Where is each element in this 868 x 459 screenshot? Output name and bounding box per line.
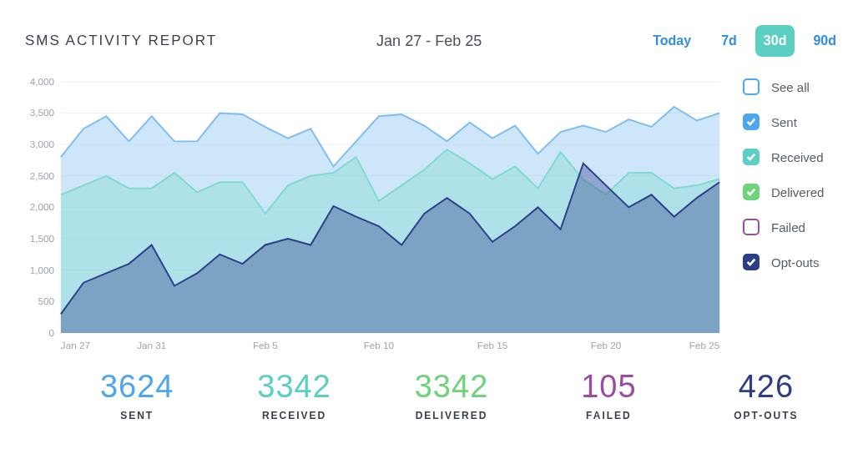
y-tick-label: 4,000 xyxy=(30,76,55,87)
legend-item-optouts[interactable]: Opt-outs xyxy=(743,254,851,270)
legend-label-received: Received xyxy=(771,150,824,164)
date-range-selector: Today7d30d90d xyxy=(641,25,845,57)
check-icon xyxy=(746,187,756,197)
legend-label-sent: Sent xyxy=(771,115,797,129)
chart-svg: 05001,0001,5002,0002,5003,0003,5004,000J… xyxy=(25,77,724,357)
stat-value-received: 3342 xyxy=(215,369,372,405)
y-tick-label: 2,500 xyxy=(30,170,55,181)
legend-checkbox-delivered[interactable] xyxy=(743,184,760,200)
y-tick-label: 2,000 xyxy=(30,201,55,212)
legend-item-failed[interactable]: Failed xyxy=(743,219,851,235)
stat-sent: 3624SENT xyxy=(58,369,215,421)
activity-chart: 05001,0001,5002,0002,5003,0003,5004,000J… xyxy=(25,77,724,357)
stat-label-optouts: OPT-OUTS xyxy=(688,410,845,421)
legend-label-failed: Failed xyxy=(771,220,805,235)
y-tick-label: 3,500 xyxy=(30,107,55,118)
stat-delivered: 3342DELIVERED xyxy=(373,369,530,421)
stat-received: 3342RECEIVED xyxy=(215,369,372,421)
check-icon xyxy=(746,257,756,267)
x-tick-label: Feb 15 xyxy=(477,340,508,351)
legend-item-all[interactable]: See all xyxy=(743,78,851,95)
y-tick-label: 3,000 xyxy=(30,139,55,149)
legend-checkbox-all[interactable] xyxy=(743,78,760,95)
stat-label-received: RECEIVED xyxy=(215,410,372,421)
range-option-90d[interactable]: 90d xyxy=(805,25,845,57)
x-tick-label: Feb 25 xyxy=(689,340,720,351)
legend-item-delivered[interactable]: Delivered xyxy=(743,184,851,200)
stat-value-delivered: 3342 xyxy=(373,369,530,405)
y-tick-label: 0 xyxy=(49,327,55,338)
legend-label-delivered: Delivered xyxy=(771,185,824,199)
x-tick-label: Feb 5 xyxy=(253,340,278,351)
date-range-label: Jan 27 - Feb 25 xyxy=(376,33,482,50)
legend-label-optouts: Opt-outs xyxy=(771,255,820,270)
y-tick-label: 1,000 xyxy=(30,265,55,275)
y-tick-label: 1,500 xyxy=(30,233,55,244)
stat-value-failed: 105 xyxy=(530,369,687,405)
stat-value-sent: 3624 xyxy=(58,369,215,405)
range-option-7d[interactable]: 7d xyxy=(713,25,745,57)
x-tick-label: Feb 10 xyxy=(364,340,395,351)
check-icon xyxy=(746,117,756,127)
y-tick-label: 500 xyxy=(38,295,55,306)
page-title: SMS ACTIVITY REPORT xyxy=(25,33,217,49)
legend-item-received[interactable]: Received xyxy=(743,149,851,165)
stat-optouts: 426OPT-OUTS xyxy=(688,369,845,421)
legend-checkbox-received[interactable] xyxy=(743,149,760,165)
stat-value-optouts: 426 xyxy=(688,369,845,405)
legend-label-all: See all xyxy=(771,80,810,94)
chart-legend: See allSentReceivedDeliveredFailedOpt-ou… xyxy=(743,77,851,357)
legend-checkbox-optouts[interactable] xyxy=(743,254,760,270)
x-tick-label: Feb 20 xyxy=(591,340,622,351)
x-tick-label: Jan 31 xyxy=(137,340,166,351)
check-icon xyxy=(746,152,756,162)
x-tick-label: Jan 27 xyxy=(61,340,90,351)
stat-failed: 105FAILED xyxy=(530,369,687,421)
summary-stats: 3624SENT3342RECEIVED3342DELIVERED105FAIL… xyxy=(25,369,851,421)
stat-label-sent: SENT xyxy=(58,410,215,421)
stat-label-delivered: DELIVERED xyxy=(373,410,530,421)
range-option-today[interactable]: Today xyxy=(641,25,703,57)
legend-checkbox-failed[interactable] xyxy=(743,219,760,235)
legend-checkbox-sent[interactable] xyxy=(743,113,760,130)
stat-label-failed: FAILED xyxy=(530,410,687,421)
legend-item-sent[interactable]: Sent xyxy=(743,113,851,130)
range-option-30d[interactable]: 30d xyxy=(755,25,795,57)
